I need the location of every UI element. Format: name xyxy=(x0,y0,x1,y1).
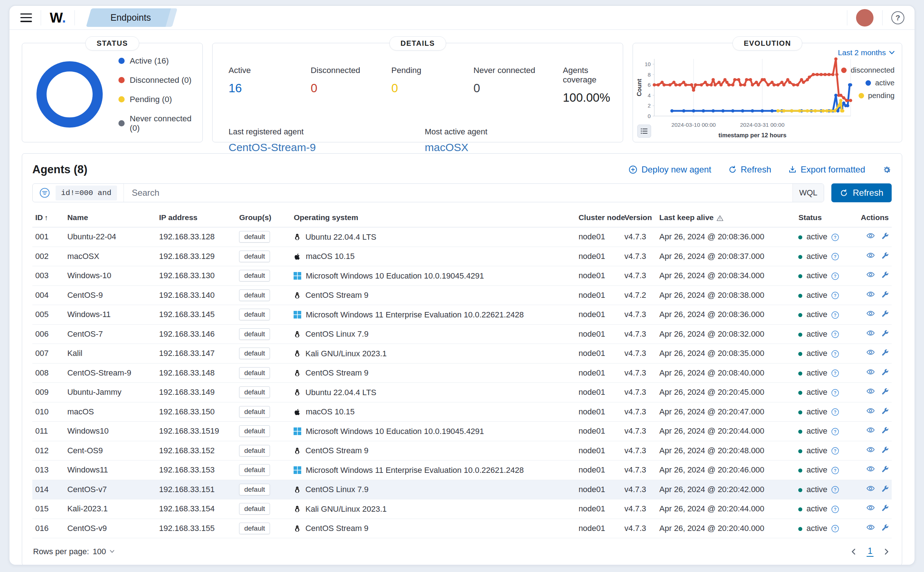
group-badge[interactable]: default xyxy=(239,522,270,534)
column-header-cluster-node[interactable]: Cluster node xyxy=(576,210,621,227)
configure-agent-icon[interactable] xyxy=(881,465,889,473)
configure-agent-icon[interactable] xyxy=(881,252,889,260)
column-header-name[interactable]: Name xyxy=(64,210,156,227)
export-formatted-button[interactable]: Export formatted xyxy=(788,165,865,175)
view-agent-icon[interactable] xyxy=(866,251,875,260)
group-badge[interactable]: default xyxy=(239,484,270,495)
configure-agent-icon[interactable] xyxy=(881,524,889,532)
column-header-last-keep-alive[interactable]: Last keep alive xyxy=(656,210,796,227)
user-avatar[interactable] xyxy=(856,9,874,26)
status-help-icon[interactable]: ? xyxy=(831,524,839,533)
previous-page-icon[interactable] xyxy=(851,549,856,555)
group-badge[interactable]: default xyxy=(239,503,270,514)
view-agent-icon[interactable] xyxy=(866,465,875,473)
column-header-version[interactable]: Version xyxy=(621,210,656,227)
group-badge[interactable]: default xyxy=(239,250,270,262)
view-agent-icon[interactable] xyxy=(866,232,875,240)
configure-agent-icon[interactable] xyxy=(881,368,889,376)
table-settings-button[interactable] xyxy=(882,165,892,175)
filter-circle-icon[interactable] xyxy=(39,187,50,198)
view-agent-icon[interactable] xyxy=(866,309,875,318)
group-badge[interactable]: default xyxy=(239,464,270,476)
view-agent-icon[interactable] xyxy=(866,270,875,279)
refresh-link[interactable]: Refresh xyxy=(728,165,772,175)
wazuh-logo[interactable]: W. xyxy=(50,11,66,25)
configure-agent-icon[interactable] xyxy=(881,407,889,415)
status-help-icon[interactable]: ? xyxy=(831,408,839,416)
configure-agent-icon[interactable] xyxy=(881,349,889,357)
status-help-icon[interactable]: ? xyxy=(831,389,839,397)
refresh-button[interactable]: Refresh xyxy=(831,183,892,202)
column-header-ip[interactable]: IP address xyxy=(156,210,236,227)
configure-agent-icon[interactable] xyxy=(881,446,889,454)
configure-agent-icon[interactable] xyxy=(881,291,889,298)
query-prefix-chip[interactable]: id!=000 and xyxy=(56,186,117,201)
status-help-icon[interactable]: ? xyxy=(831,233,839,241)
evolution-legend-item[interactable]: active xyxy=(865,78,894,87)
view-agent-icon[interactable] xyxy=(866,348,875,357)
wql-toggle[interactable]: WQL xyxy=(792,184,824,202)
configure-agent-icon[interactable] xyxy=(881,330,889,337)
configure-agent-icon[interactable] xyxy=(881,426,889,434)
evolution-legend-item[interactable]: disconnected xyxy=(841,66,894,75)
column-header-id[interactable]: ID↑ xyxy=(32,210,64,227)
search-input[interactable] xyxy=(124,188,792,198)
group-badge[interactable]: default xyxy=(239,231,270,242)
view-agent-icon[interactable] xyxy=(866,290,875,298)
view-agent-icon[interactable] xyxy=(866,484,875,493)
most-active-agent-link[interactable]: macOSX xyxy=(425,141,623,154)
view-agent-icon[interactable] xyxy=(866,387,875,395)
configure-agent-icon[interactable] xyxy=(881,485,889,493)
rows-per-page-selector[interactable]: Rows per page: 100 xyxy=(33,547,114,556)
column-header-status[interactable]: Status xyxy=(795,210,853,227)
status-help-icon[interactable]: ? xyxy=(831,427,839,436)
status-help-icon[interactable]: ? xyxy=(831,330,839,339)
status-legend-item[interactable]: Never connected (0) xyxy=(118,114,195,133)
status-help-icon[interactable]: ? xyxy=(831,486,839,494)
group-badge[interactable]: default xyxy=(239,386,270,398)
group-badge[interactable]: default xyxy=(239,348,270,359)
status-help-icon[interactable]: ? xyxy=(831,311,839,319)
status-help-icon[interactable]: ? xyxy=(831,466,839,475)
status-help-icon[interactable]: ? xyxy=(831,447,839,455)
group-badge[interactable]: default xyxy=(239,367,270,379)
page-number[interactable]: 1 xyxy=(866,546,874,557)
view-agent-icon[interactable] xyxy=(866,368,875,376)
status-help-icon[interactable]: ? xyxy=(831,350,839,358)
configure-agent-icon[interactable] xyxy=(881,504,889,512)
group-badge[interactable]: default xyxy=(239,270,270,281)
status-help-icon[interactable]: ? xyxy=(831,272,839,280)
group-badge[interactable]: default xyxy=(239,445,270,457)
view-agent-icon[interactable] xyxy=(866,523,875,532)
status-legend-item[interactable]: Disconnected (0) xyxy=(118,76,195,85)
group-badge[interactable]: default xyxy=(239,425,270,437)
status-help-icon[interactable]: ? xyxy=(831,252,839,261)
column-header-os[interactable]: Operating system xyxy=(291,210,576,227)
help-icon[interactable]: ? xyxy=(891,11,904,24)
view-agent-icon[interactable] xyxy=(866,329,875,337)
legend-toggle-button[interactable] xyxy=(637,124,651,138)
status-legend-item[interactable]: Pending (0) xyxy=(118,95,195,104)
menu-icon[interactable] xyxy=(20,14,32,22)
next-page-icon[interactable] xyxy=(884,549,890,555)
status-legend-item[interactable]: Active (16) xyxy=(118,56,195,66)
view-agent-icon[interactable] xyxy=(866,504,875,512)
configure-agent-icon[interactable] xyxy=(881,271,889,279)
last-registered-agent-link[interactable]: CentOS-Stream-9 xyxy=(229,141,425,154)
group-badge[interactable]: default xyxy=(239,289,270,301)
deploy-new-agent-button[interactable]: Deploy new agent xyxy=(628,165,711,175)
view-agent-icon[interactable] xyxy=(866,426,875,434)
column-header-groups[interactable]: Group(s) xyxy=(236,210,291,227)
configure-agent-icon[interactable] xyxy=(881,387,889,395)
status-help-icon[interactable]: ? xyxy=(831,291,839,300)
group-badge[interactable]: default xyxy=(239,328,270,340)
view-agent-icon[interactable] xyxy=(866,406,875,415)
configure-agent-icon[interactable] xyxy=(881,310,889,318)
group-badge[interactable]: default xyxy=(239,309,270,320)
view-agent-icon[interactable] xyxy=(866,445,875,454)
configure-agent-icon[interactable] xyxy=(881,232,889,240)
status-help-icon[interactable]: ? xyxy=(831,369,839,377)
breadcrumb-endpoints[interactable]: Endpoints xyxy=(86,8,176,27)
status-help-icon[interactable]: ? xyxy=(831,505,839,513)
evolution-legend-item[interactable]: pending xyxy=(859,91,894,100)
